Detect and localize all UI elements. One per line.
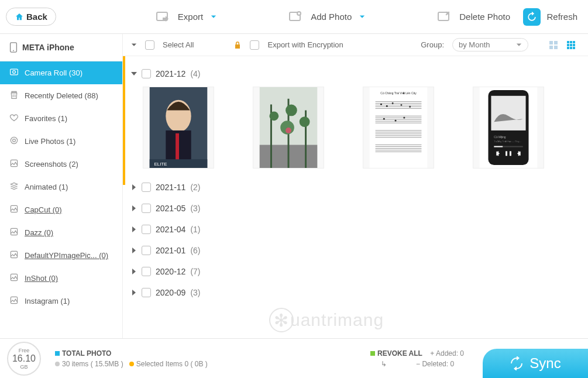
svg-point-65	[392, 102, 394, 104]
album-icon	[9, 227, 19, 238]
svg-rect-77	[494, 146, 503, 147]
svg-rect-26	[567, 47, 569, 49]
group-checkbox[interactable]	[142, 288, 151, 297]
group-checkbox[interactable]	[142, 69, 151, 78]
svg-point-36	[269, 111, 278, 121]
svg-rect-21	[570, 41, 572, 43]
triangle-down-icon	[131, 71, 137, 77]
group-header[interactable]: 2021-01 (6)	[131, 240, 580, 261]
svg-rect-19	[554, 46, 558, 49]
group-select[interactable]: by Month	[452, 38, 528, 51]
export-icon	[154, 10, 171, 24]
phone-icon	[9, 42, 18, 53]
photo-grid: 2021-12 (4)ELITECó Chàng Trai Viết Lên C…	[123, 56, 588, 338]
svg-rect-22	[573, 41, 575, 43]
svg-point-9	[13, 139, 16, 142]
sidebar-item[interactable]: Animated (1)	[0, 176, 122, 198]
watermark: ✻uantrimang	[269, 308, 384, 332]
svg-point-8	[11, 137, 17, 143]
svg-rect-17	[554, 41, 558, 44]
svg-rect-16	[549, 41, 553, 44]
sidebar-item[interactable]: Screenshots (2)	[0, 153, 122, 176]
deleted-count: Deleted: 0	[422, 360, 454, 368]
group-checkbox[interactable]	[142, 246, 151, 255]
sidebar-item[interactable]: Live Photos (1)	[0, 130, 122, 153]
group-checkbox[interactable]	[142, 225, 151, 234]
group-header[interactable]: 2021-11 (2)	[131, 177, 580, 198]
svg-text:Cô Mộng: Cô Mộng	[494, 136, 506, 139]
chevron-down-icon	[210, 14, 217, 20]
svg-rect-41	[370, 87, 428, 168]
view-large-icon[interactable]	[545, 38, 562, 52]
sidebar-item[interactable]: Camera Roll (30)	[0, 61, 122, 84]
delete-photo-button[interactable]: Delete Photo	[436, 10, 510, 24]
sidebar-item[interactable]: CapCut (0)	[0, 198, 122, 221]
select-all-checkbox[interactable]	[145, 40, 154, 50]
photo-thumbnail[interactable]: ELITE	[143, 87, 214, 169]
album-icon	[9, 136, 19, 147]
album-icon	[9, 90, 19, 101]
album-icon	[9, 181, 19, 193]
svg-point-64	[386, 105, 388, 107]
svg-rect-79	[510, 151, 511, 156]
subtoolbar: Select All Export with Encryption Group:…	[123, 34, 588, 56]
accent-bar	[123, 56, 125, 185]
svg-rect-24	[570, 44, 572, 46]
album-icon	[9, 204, 19, 215]
svg-rect-28	[573, 47, 575, 49]
selected-count: Selected Items 0 ( 0B )	[136, 360, 208, 368]
svg-point-7	[13, 71, 16, 74]
svg-rect-25	[573, 44, 575, 46]
select-all-label: Select All	[163, 40, 194, 49]
group-label: Group:	[421, 40, 444, 49]
svg-point-63	[380, 104, 382, 105]
refresh-button[interactable]: Refresh	[523, 8, 577, 26]
sidebar-item[interactable]: Dazz (0)	[0, 221, 122, 244]
chevron-down-icon	[516, 42, 522, 48]
triangle-right-icon	[131, 248, 137, 253]
back-button[interactable]: Back	[6, 8, 56, 26]
view-small-icon[interactable]	[562, 38, 580, 52]
svg-point-70	[403, 117, 405, 119]
svg-rect-18	[549, 46, 553, 49]
album-icon	[9, 67, 19, 78]
sidebar-item[interactable]: InShot (0)	[0, 267, 122, 290]
sidebar-item[interactable]: Recently Deleted (88)	[0, 84, 122, 107]
svg-point-66	[400, 104, 402, 106]
triangle-right-icon	[131, 184, 137, 190]
photo-thumbnail[interactable]: Có Chàng Trai Viết Lên Cây	[363, 87, 434, 169]
album-icon	[9, 250, 19, 261]
svg-point-39	[300, 116, 310, 127]
storage-gauge: Free 16.10 GB	[7, 342, 41, 376]
svg-text:Có Chàng Trai Viết Lên Cây: Có Chàng Trai Viết Lên Cây	[380, 92, 417, 95]
encryption-checkbox[interactable]	[250, 40, 259, 50]
svg-point-37	[286, 105, 297, 116]
chevron-down-icon	[359, 14, 366, 20]
svg-rect-73	[491, 96, 525, 130]
sidebar-item[interactable]: Favorites (1)	[0, 107, 122, 130]
footer: Free 16.10 GB TOTAL PHOTO 30 items ( 15.…	[0, 338, 588, 378]
lock-icon	[233, 41, 242, 49]
group-checkbox[interactable]	[142, 204, 151, 213]
sidebar-item[interactable]: DefaultYPImagePic... (0)	[0, 244, 122, 267]
add-photo-button[interactable]: Add Photo	[287, 10, 366, 24]
group-header[interactable]: 2021-12 (4)	[131, 63, 580, 84]
group-checkbox[interactable]	[142, 183, 151, 192]
photo-thumbnail[interactable]	[253, 87, 324, 169]
svg-rect-20	[567, 41, 569, 43]
export-button[interactable]: Export	[154, 10, 217, 24]
refresh-icon	[523, 8, 541, 26]
triangle-right-icon	[131, 269, 137, 274]
sidebar-item[interactable]: Instagram (1)	[0, 290, 122, 312]
chevron-down-icon[interactable]	[131, 42, 137, 48]
group-header[interactable]: 2020-12 (7)	[131, 261, 580, 282]
album-icon	[9, 295, 19, 307]
photo-thumbnail[interactable]: Cô MộngTrường Triết Hạn — Orig...	[473, 87, 544, 169]
revoke-all-label[interactable]: REVOKE ALL	[377, 349, 422, 358]
group-header[interactable]: 2021-05 (3)	[131, 198, 580, 219]
group-header[interactable]: 2020-09 (3)	[131, 282, 580, 303]
group-checkbox[interactable]	[142, 267, 151, 276]
encryption-label: Export with Encryption	[267, 40, 343, 49]
sync-button[interactable]: Sync	[483, 349, 588, 378]
group-header[interactable]: 2021-04 (1)	[131, 219, 580, 240]
